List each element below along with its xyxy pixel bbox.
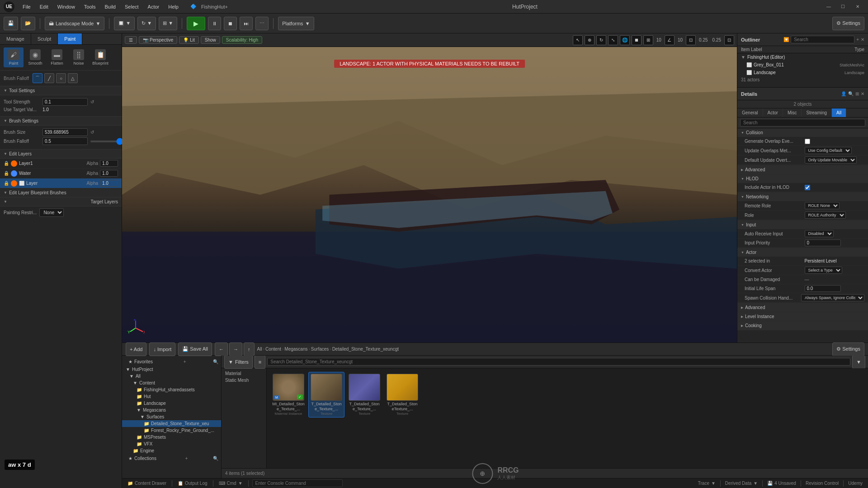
settings-button[interactable]: ⚙ Settings xyxy=(832,17,864,30)
menu-item-tools[interactable]: Tools xyxy=(80,3,99,10)
vp-scale-icon[interactable]: ⤡ xyxy=(608,35,618,45)
outliner-item-0[interactable]: ▼ FishingHut (Editor) xyxy=(737,53,868,61)
actor-section-header[interactable]: Actor xyxy=(737,248,868,257)
paint-tool-paint[interactable]: 🖌 Paint xyxy=(4,47,24,67)
collision-header[interactable]: Collision xyxy=(737,128,868,137)
tab-actor[interactable]: Actor xyxy=(763,108,783,117)
cb-fishingham[interactable]: 📁 FishingHut_sharedassets xyxy=(122,386,221,393)
details-expand-icon[interactable]: ⊞ xyxy=(855,91,859,96)
outliner-close-icon[interactable]: ✕ xyxy=(861,37,864,42)
cb-engine[interactable]: 📁 Engine xyxy=(122,447,221,454)
cooking-header[interactable]: Cooking xyxy=(737,321,868,330)
vp-rotate-icon[interactable]: ↻ xyxy=(596,35,606,45)
auto-receive-select[interactable]: Disabled xyxy=(805,230,834,237)
lit-button[interactable]: 💡 Lit xyxy=(179,36,199,44)
collections-search-icon[interactable]: 🔍 xyxy=(213,456,218,461)
cb-forest[interactable]: 📁 Forest_Rocky_Pine_Ground_... xyxy=(122,427,221,434)
blueprint-brushes-header[interactable]: Edit Layer Blueprint Brushes xyxy=(0,188,122,197)
tab-label[interactable]: FishingHut+ xyxy=(201,4,228,9)
menu-item-build[interactable]: Build xyxy=(101,3,119,10)
show-button[interactable]: Show xyxy=(201,36,220,44)
forward-button[interactable]: → xyxy=(229,343,242,356)
tab-paint[interactable]: Paint xyxy=(58,33,82,44)
advanced2-header[interactable]: Advanced xyxy=(737,303,868,312)
search-options-button[interactable]: ▼ xyxy=(852,356,865,369)
outliner-item-2[interactable]: ⬜ Landscape Landscape xyxy=(737,69,868,76)
layer-alpha-input-0[interactable] xyxy=(100,160,118,167)
cb-landscape[interactable]: 📁 Landscape xyxy=(122,400,221,407)
layer-lock-1[interactable]: 🔒 xyxy=(4,171,9,176)
skip-button[interactable]: ⏭ xyxy=(240,17,253,30)
bc-detailed[interactable]: Detailed_Stone_Texture_xeuncgt xyxy=(332,347,399,352)
bc-megascans[interactable]: Megascans xyxy=(284,347,307,352)
cb-vfx[interactable]: 📁 VFX xyxy=(122,441,221,447)
cb-mspresets[interactable]: 📁 MSPresets xyxy=(122,434,221,441)
paint-tool-noise[interactable]: ⣿ Noise xyxy=(69,47,89,67)
falloff-tip-icon[interactable]: △ xyxy=(68,73,78,83)
collections-add-icon[interactable]: + xyxy=(185,456,188,461)
role-select[interactable]: ROLE Authority xyxy=(805,211,846,219)
settings-cb-button[interactable]: ⚙ Settings xyxy=(832,343,864,356)
tab-sculpt[interactable]: Sculpt xyxy=(31,33,58,44)
advanced-header[interactable]: Advanced xyxy=(737,165,868,174)
rotate-snap-button[interactable]: ↻ ▼ xyxy=(137,17,156,30)
pause-button[interactable]: ⏸ xyxy=(208,17,221,30)
layer-lock-2[interactable]: 🔒 xyxy=(4,181,9,186)
layer-lock-0[interactable]: 🔒 xyxy=(4,161,9,166)
import-button[interactable]: ↓ Import xyxy=(149,343,175,356)
filters-button[interactable]: ▼ Filters xyxy=(224,356,253,369)
cb-search-input[interactable] xyxy=(267,358,850,366)
cb-all[interactable]: ▼ All xyxy=(122,373,221,380)
vp-grid-icon[interactable]: ⊞ xyxy=(643,35,653,45)
stop-button[interactable]: ⏹ xyxy=(224,17,237,30)
edit-layers-header[interactable]: Edit Layers xyxy=(0,150,122,159)
generate-overlap-checkbox[interactable] xyxy=(805,139,810,144)
tab-manage[interactable]: Manage xyxy=(0,33,31,44)
level-instance-header[interactable]: Level Instance xyxy=(737,312,868,321)
menu-item-edit[interactable]: Edit xyxy=(36,3,52,10)
brush-falloff-input[interactable] xyxy=(42,137,88,145)
paint-tool-blueprint[interactable]: 📋 Blueprint xyxy=(90,47,110,67)
menu-item-window[interactable]: Window xyxy=(54,3,79,10)
vp-surface-icon[interactable]: ⏹ xyxy=(632,35,642,45)
snap-button[interactable]: 🔲 ▼ xyxy=(114,17,135,30)
layer-alpha-input-2[interactable] xyxy=(100,180,118,187)
menu-item-actor[interactable]: Actor xyxy=(144,3,163,10)
networking-header[interactable]: Networking xyxy=(737,192,868,201)
asset-tile-0[interactable]: M ✓ MI_Detailed_Stone_Texture_... Materi… xyxy=(270,372,307,418)
console-input[interactable] xyxy=(252,479,343,487)
tool-strength-input[interactable] xyxy=(42,98,88,106)
vp-translate-icon[interactable]: ⊕ xyxy=(585,35,594,45)
falloff-smooth-icon[interactable]: ⌒ xyxy=(33,73,42,83)
landscape-mode-button[interactable]: 🏔 Landscape Mode ▼ xyxy=(45,17,104,30)
viewport-canvas[interactable]: LANDSCAPE: 1 ACTOR WITH PHYSICAL MATERIA… xyxy=(122,47,737,343)
minimize-button[interactable]: — xyxy=(822,2,835,11)
scale-snap-button[interactable]: ⊞ ▼ xyxy=(159,17,177,30)
cb-detailed-stone[interactable]: 📁 Detailed_Stone_Texture_xeu xyxy=(122,420,221,427)
painting-restriction-select[interactable]: None xyxy=(39,208,64,217)
details-person-icon[interactable]: 👤 xyxy=(841,91,846,96)
cb-hutproject[interactable]: ▼ HutProject xyxy=(122,366,221,373)
details-close-icon[interactable]: ✕ xyxy=(861,91,864,96)
default-update-select[interactable]: Only Update Movable xyxy=(805,156,857,164)
open-button[interactable]: 📂 xyxy=(21,17,35,30)
convert-actor-select[interactable]: Select a Type xyxy=(805,267,842,274)
cb-content[interactable]: ▼ Content xyxy=(122,380,221,386)
bc-surfaces[interactable]: Surfaces xyxy=(311,347,329,352)
input-priority-input[interactable] xyxy=(805,239,841,246)
bc-content[interactable]: Content xyxy=(265,347,281,352)
falloff-sphere-icon[interactable]: ○ xyxy=(56,73,66,83)
content-drawer-btn[interactable]: 📁 Content Drawer xyxy=(126,481,168,486)
menu-item-file[interactable]: File xyxy=(19,3,34,10)
details-search-icon[interactable]: 🔍 xyxy=(848,91,854,96)
outliner-add-icon[interactable]: + xyxy=(856,37,859,42)
filter-static-mesh[interactable]: Static Mesh xyxy=(223,377,264,384)
cb-collections[interactable]: ★ Collections xyxy=(125,455,160,462)
up-button[interactable]: ↑ xyxy=(244,343,255,356)
layer-alpha-input-1[interactable] xyxy=(100,170,118,177)
reset-brush-size-icon[interactable]: ↺ xyxy=(90,130,94,135)
save-all-button[interactable]: 💾 Save All xyxy=(178,343,212,356)
cb-hut[interactable]: 📁 Hut xyxy=(122,393,221,400)
launch-options-button[interactable]: ⋯ xyxy=(255,17,269,30)
trace-btn[interactable]: Trace ▼ xyxy=(696,481,717,486)
